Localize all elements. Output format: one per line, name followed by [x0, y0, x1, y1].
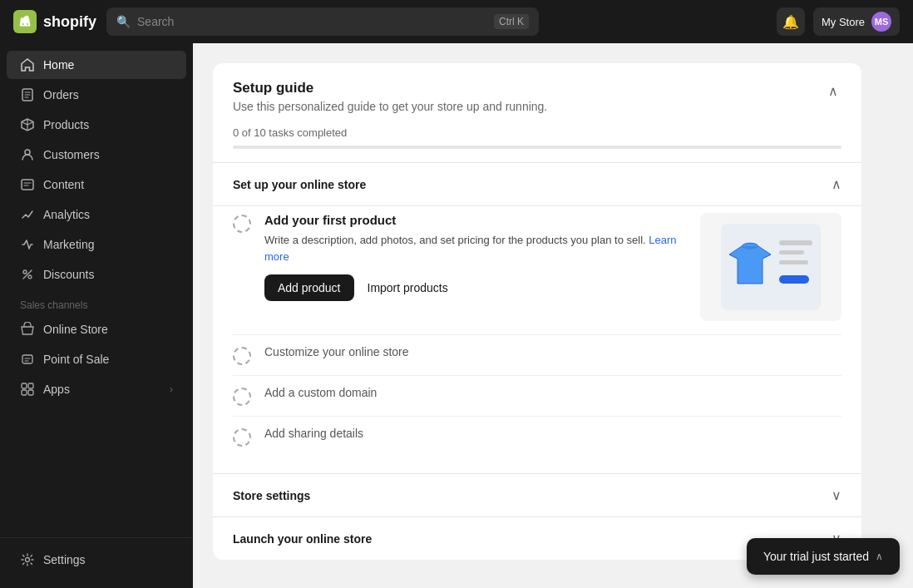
svg-rect-16 [779, 250, 804, 254]
sidebar-item-label: Settings [43, 553, 86, 566]
sidebar-item-label: Marketing [43, 238, 94, 251]
store-name: My Store [822, 16, 865, 28]
logo-text: shopify [43, 13, 96, 31]
svg-rect-8 [22, 355, 32, 363]
products-icon [20, 117, 35, 132]
search-shortcut: Ctrl K [494, 14, 529, 29]
section-title: Launch your online store [233, 532, 372, 546]
topnav: shopify 🔍 Search Ctrl K 🔔 My Store MS [0, 0, 913, 43]
sidebar-item-home[interactable]: Home [7, 51, 186, 79]
discounts-icon [20, 267, 35, 282]
sidebar-item-content[interactable]: Content [7, 170, 186, 199]
svg-rect-14 [721, 224, 821, 310]
svg-point-13 [26, 558, 30, 562]
sidebar-item-label: Point of Sale [43, 353, 109, 366]
marketing-icon [20, 237, 35, 252]
task-add-first-product: Add your first product Write a descripti… [233, 206, 841, 334]
svg-point-1 [22, 23, 24, 25]
sidebar-item-label: Home [43, 58, 74, 72]
sidebar-item-label: Products [43, 118, 89, 131]
sidebar-item-settings[interactable]: Settings [7, 546, 186, 574]
svg-rect-12 [28, 390, 33, 395]
trial-banner-text: Your trial just started [763, 550, 869, 563]
online-store-tasks: Add your first product Write a descripti… [213, 205, 861, 473]
search-placeholder: Search [137, 15, 174, 28]
task-sharing-details[interactable]: Add sharing details [233, 416, 841, 457]
sidebar-item-label: Orders [43, 88, 79, 101]
product-illustration [700, 213, 841, 321]
sidebar-item-discounts[interactable]: Discounts [7, 260, 186, 289]
task-custom-domain[interactable]: Add a custom domain [233, 375, 841, 416]
store-icon [20, 322, 35, 337]
svg-rect-9 [22, 383, 27, 388]
svg-point-6 [23, 270, 27, 274]
task-customize-store[interactable]: Customize your online store [233, 334, 841, 375]
setup-guide-collapse-button[interactable]: ∧ [825, 80, 841, 102]
task-title: Add sharing details [264, 427, 363, 447]
search-icon: 🔍 [116, 15, 131, 28]
svg-rect-18 [779, 275, 809, 284]
learn-more-link[interactable]: Learn more [264, 234, 677, 263]
set-up-online-store-section[interactable]: Set up your online store ∧ [213, 162, 861, 205]
svg-rect-15 [779, 240, 812, 245]
task-checkbox[interactable] [233, 347, 251, 365]
task-actions: Add product Import products [264, 274, 687, 301]
sidebar-item-label: Analytics [43, 208, 90, 221]
sidebar-item-analytics[interactable]: Analytics [7, 200, 186, 229]
sidebar-item-point-of-sale[interactable]: Point of Sale [7, 345, 186, 373]
import-products-button[interactable]: Import products [361, 274, 455, 301]
apps-icon [20, 382, 35, 397]
topnav-right: 🔔 My Store MS [777, 7, 900, 36]
section-title: Store settings [233, 489, 310, 502]
sidebar-item-customers[interactable]: Customers [7, 141, 186, 169]
task-title: Add a custom domain [264, 386, 377, 406]
sidebar-item-label: Content [43, 178, 84, 191]
chevron-up-icon: ∧ [832, 176, 841, 192]
svg-point-2 [27, 23, 28, 25]
sidebar-item-orders[interactable]: Orders [7, 81, 186, 109]
setup-guide-subtitle: Use this personalized guide to get your … [233, 100, 547, 113]
setup-guide-header: Setup guide Use this personalized guide … [213, 63, 861, 126]
svg-rect-17 [779, 260, 808, 264]
search-bar[interactable]: 🔍 Search Ctrl K [106, 7, 539, 36]
sales-channels-label: Sales channels [0, 289, 193, 314]
apps-expand-icon: › [170, 383, 173, 395]
section-title: Set up your online store [233, 178, 366, 191]
svg-rect-11 [22, 390, 27, 395]
svg-point-4 [25, 150, 30, 155]
task-checkbox[interactable] [233, 215, 251, 233]
chevron-down-icon: ∨ [832, 487, 841, 503]
sidebar-item-label: Discounts [43, 268, 94, 281]
sidebar-item-label: Apps [43, 383, 70, 396]
notifications-button[interactable]: 🔔 [777, 7, 805, 36]
shopify-logo: shopify [13, 10, 96, 33]
svg-rect-5 [22, 180, 33, 190]
store-settings-section[interactable]: Store settings ∨ [213, 473, 861, 516]
svg-rect-10 [28, 383, 33, 388]
sidebar-item-online-store[interactable]: Online Store [7, 315, 186, 343]
task-checkbox[interactable] [233, 388, 251, 406]
sidebar-item-products[interactable]: Products [7, 111, 186, 139]
sidebar: Home Orders Products Customers Content [0, 43, 193, 588]
progress-label: 0 of 10 tasks completed [233, 126, 841, 139]
sidebar-item-apps[interactable]: Apps › [7, 375, 186, 403]
content-icon [20, 177, 35, 192]
bell-icon: 🔔 [782, 14, 799, 30]
sidebar-item-marketing[interactable]: Marketing [7, 230, 186, 259]
trial-expand-icon: ∧ [876, 551, 883, 562]
task-checkbox[interactable] [233, 428, 251, 447]
task-description: Write a description, add photos, and set… [264, 232, 687, 264]
add-product-button[interactable]: Add product [264, 274, 354, 301]
customers-icon [20, 147, 35, 162]
task-title: Customize your online store [264, 345, 409, 365]
sidebar-item-label: Customers [43, 148, 100, 161]
pos-icon [20, 352, 35, 367]
settings-icon [20, 552, 35, 567]
home-icon [20, 57, 35, 72]
task-title: Add your first product [264, 213, 687, 227]
trial-banner[interactable]: Your trial just started ∧ [747, 538, 900, 575]
setup-guide-title: Setup guide [233, 80, 547, 96]
store-button[interactable]: My Store MS [813, 7, 900, 36]
main-content: Setup guide Use this personalized guide … [193, 43, 913, 588]
avatar: MS [871, 12, 891, 32]
